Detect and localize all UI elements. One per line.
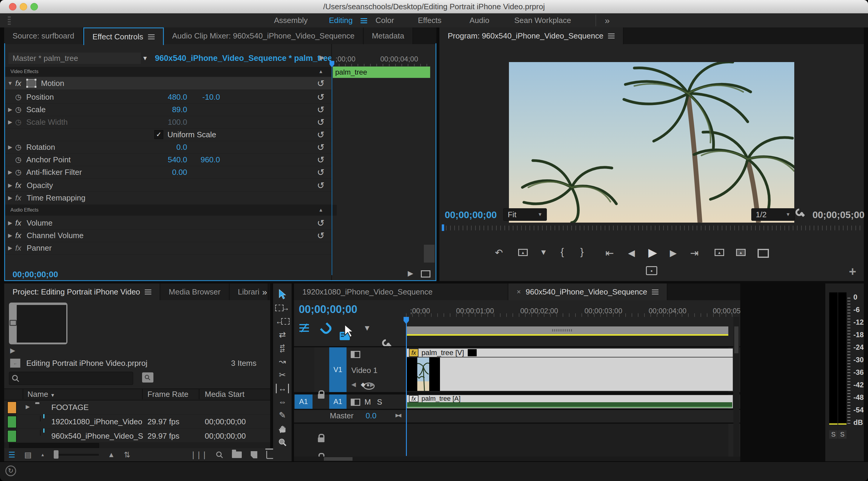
pen-tool[interactable]: ✎: [273, 409, 291, 422]
play-button-icon[interactable]: ▶: [648, 246, 657, 259]
reset-motion-icon[interactable]: ↺: [317, 78, 324, 89]
stopwatch-icon[interactable]: ◷: [15, 156, 22, 164]
expand-icon[interactable]: ▶: [5, 182, 15, 189]
close-traffic-light[interactable]: [9, 3, 17, 10]
zoom-slider[interactable]: [54, 454, 99, 456]
zoom-tool[interactable]: [273, 435, 291, 449]
add-keyframe-icon[interactable]: ◆: [361, 381, 365, 388]
add-marker-icon[interactable]: ▼: [540, 248, 548, 257]
reset-volume-icon[interactable]: ↺: [317, 218, 324, 228]
settings-wrench-icon[interactable]: [795, 208, 805, 218]
reset-opacity-icon[interactable]: ↺: [317, 180, 324, 191]
export-frame-icon[interactable]: ▲: [518, 249, 528, 256]
scale-value[interactable]: 89.0: [154, 105, 187, 114]
minimize-traffic-light[interactable]: [20, 3, 27, 10]
rate-stretch-tool[interactable]: ↝: [273, 355, 291, 368]
uniform-scale-checkbox[interactable]: ✓: [154, 130, 163, 139]
preview-thumbnail[interactable]: [9, 302, 67, 344]
sequence-clip-label[interactable]: 960x540_iPhone_Video_Sequence * palm_tre…: [155, 54, 332, 63]
collapse-video-effects-icon[interactable]: ▲: [318, 69, 323, 74]
close-tab-icon[interactable]: ×: [517, 288, 521, 296]
panel-menu-icon[interactable]: [652, 289, 658, 294]
solo-right-button[interactable]: S: [838, 430, 846, 439]
v1-track-output-icon[interactable]: [351, 351, 360, 358]
export-still-icon[interactable]: [421, 270, 430, 278]
timeline-timecode[interactable]: 00;00;00;00: [299, 303, 357, 316]
workspace-tab-audio[interactable]: Audio: [469, 13, 490, 27]
param-row-anchor-point[interactable]: ◷ Anchor Point 540.0 960.0 ↺: [5, 153, 331, 166]
stopwatch-icon[interactable]: ◷: [15, 93, 22, 101]
reset-scale-icon[interactable]: ↺: [317, 104, 324, 115]
anti-flicker-value[interactable]: 0.00: [154, 168, 187, 177]
timeline-h-scrollbar[interactable]: [294, 456, 740, 461]
label-swatch-green[interactable]: [7, 416, 17, 428]
clip-palm-tree-video[interactable]: fx palm_tree [V]: [407, 349, 733, 391]
reset-scale-width-icon[interactable]: ↺: [317, 117, 324, 127]
scrollbar-thumb[interactable]: [324, 457, 352, 461]
workspace-tab-assembly[interactable]: Assembly: [274, 13, 308, 27]
track-select-backward-tool[interactable]: ←: [273, 315, 291, 328]
reset-anti-flicker-icon[interactable]: ↺: [317, 167, 324, 178]
playback-resolution-dropdown[interactable]: 1/2▼: [751, 208, 795, 221]
scrollbar-thumb[interactable]: [424, 245, 435, 263]
param-row-uniform-scale[interactable]: ✓ Uniform Scale ↺: [5, 128, 331, 141]
expand-icon[interactable]: ▶: [5, 106, 15, 113]
effect-row-time-remapping[interactable]: ▶ fx Time Remapping: [5, 192, 331, 204]
tab-media-browser[interactable]: Media Browser: [160, 284, 229, 300]
workspace-menu-icon[interactable]: [361, 18, 367, 23]
timeline-playhead-line[interactable]: [406, 323, 407, 456]
collapse-audio-effects-icon[interactable]: ▲: [318, 207, 323, 213]
next-keyframe-icon[interactable]: ▶: [370, 381, 375, 388]
icon-view-icon[interactable]: ▤: [24, 450, 32, 459]
effect-row-opacity[interactable]: ▶ fx Opacity ↺: [5, 179, 331, 192]
effect-row-channel-volume[interactable]: ▶ fx Channel Volume ↺: [5, 229, 331, 242]
search-input[interactable]: [9, 372, 133, 385]
clip-palm-tree-audio[interactable]: fx palm_tree [A]: [407, 395, 733, 408]
zoom-in-icon[interactable]: ▲: [108, 451, 115, 459]
workspace-tab-sean-workplace[interactable]: Sean Workplace: [514, 13, 571, 27]
effect-row-panner[interactable]: ▶ fx Panner: [5, 242, 331, 255]
params-scroll-right-icon[interactable]: ▶: [319, 54, 324, 61]
tab-metadata[interactable]: Metadata: [364, 27, 413, 44]
scrollbar-thumb[interactable]: [9, 443, 99, 448]
reset-position-icon[interactable]: ↺: [317, 92, 324, 102]
table-row-footage[interactable]: ▶ FOOTAGE: [4, 400, 270, 414]
stopwatch-icon[interactable]: ◷: [15, 105, 22, 114]
workspace-tab-color[interactable]: Color: [375, 13, 394, 27]
prev-keyframe-icon[interactable]: ◀: [351, 381, 356, 388]
new-bin-icon[interactable]: [232, 451, 242, 458]
video-effects-header[interactable]: Video Effects ▲: [5, 67, 337, 77]
master-track-label[interactable]: Master: [330, 411, 353, 420]
reset-rotation-icon[interactable]: ↺: [317, 142, 324, 153]
workspace-overflow-icon[interactable]: »: [605, 13, 610, 27]
snap-icon[interactable]: [320, 322, 333, 336]
stopwatch-icon[interactable]: ◷: [15, 168, 22, 177]
go-to-out-icon[interactable]: ⇥: [690, 247, 699, 259]
vertical-scrollbar[interactable]: [733, 317, 739, 456]
panel-menu-icon[interactable]: [148, 34, 155, 39]
column-media-start[interactable]: Media Start: [205, 390, 244, 399]
horizontal-scrollbar[interactable]: [4, 442, 270, 448]
a1-source-patch[interactable]: A1: [294, 394, 312, 409]
bin-up-icon[interactable]: ←: [10, 359, 20, 367]
automate-sequence-icon[interactable]: ❘❘❘: [190, 450, 207, 459]
motion-expanded-icon[interactable]: ▼: [5, 80, 15, 87]
program-video-preview[interactable]: [509, 62, 794, 223]
tab-audio-clip-mixer[interactable]: Audio Clip Mixer: 960x540_iPhone_Video_S…: [164, 27, 364, 44]
column-frame-rate[interactable]: Frame Rate: [148, 390, 188, 399]
clip-selector-chevron-icon[interactable]: ▼: [142, 55, 148, 62]
play-around-icon[interactable]: ▶: [408, 269, 413, 278]
param-row-anti-flicker[interactable]: ▶ ◷ Anti-flicker Filter 0.00 ↺: [5, 166, 331, 179]
camera-snapshot-icon[interactable]: ●: [646, 266, 657, 275]
track-select-forward-tool[interactable]: →: [273, 301, 291, 315]
solo-left-button[interactable]: S: [829, 430, 838, 439]
slip-tool[interactable]: ↔: [273, 382, 291, 395]
export-fullscreen-icon[interactable]: [757, 249, 769, 258]
expand-icon[interactable]: ▶: [5, 245, 15, 251]
v1-track-name[interactable]: Video 1: [351, 366, 378, 375]
a1-mute-button[interactable]: M: [365, 397, 371, 407]
mark-in-icon[interactable]: {: [561, 246, 564, 257]
rolling-edit-tool[interactable]: ⇄⇄: [273, 341, 291, 355]
table-row-1920-sequence[interactable]: 1920x1080_iPhone_Video 29.97 fps 00;00;0…: [4, 414, 270, 429]
project-tab-overflow-icon[interactable]: »: [262, 287, 267, 297]
